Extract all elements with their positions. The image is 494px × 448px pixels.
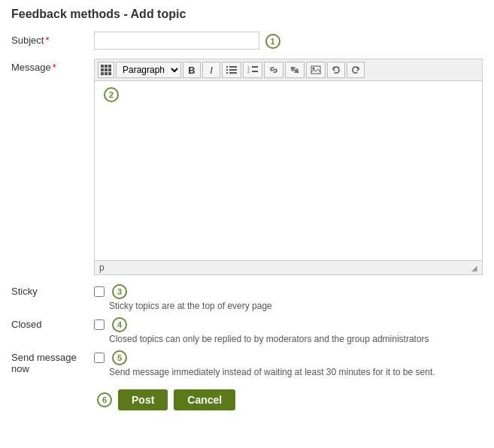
circle-4: 4: [112, 317, 127, 332]
svg-rect-3: [229, 69, 237, 71]
unordered-list-button[interactable]: [222, 62, 241, 78]
image-icon: [311, 65, 321, 74]
sticky-checkbox-line: 3: [94, 284, 483, 299]
circle-3: 3: [112, 284, 127, 299]
link-icon: [268, 65, 279, 74]
svg-rect-1: [229, 66, 237, 68]
closed-hint: Closed topics can only be replied to by …: [109, 334, 483, 344]
resize-handle: ◢: [471, 264, 477, 272]
closed-label: Closed: [11, 317, 94, 330]
editor-toolbar: Paragraph B I 1. 2.: [94, 59, 483, 80]
sticky-field: 3 Sticky topics are at the top of every …: [94, 284, 483, 311]
closed-field: 4 Closed topics can only be replied to b…: [94, 317, 483, 344]
button-row: 6 Post Cancel: [94, 389, 483, 410]
circle-6: 6: [97, 392, 112, 407]
image-button[interactable]: [306, 62, 326, 78]
send-now-hint: Send message immediately instead of wait…: [109, 367, 483, 377]
undo-icon: [332, 65, 341, 74]
send-now-row: Send message now 5 Send message immediat…: [11, 350, 483, 377]
redo-icon: [351, 65, 360, 74]
message-label: Message*: [11, 59, 94, 73]
message-field: Paragraph B I 1. 2.: [94, 59, 483, 275]
svg-text:2.: 2.: [247, 69, 250, 74]
grid-toggle-button[interactable]: [98, 62, 114, 78]
statusbar-text: p: [99, 262, 105, 273]
send-now-checkbox[interactable]: [94, 353, 105, 363]
sticky-checkbox[interactable]: [94, 286, 105, 297]
message-required-star: *: [53, 62, 56, 73]
circle-2: 2: [104, 87, 119, 102]
circle-5: 5: [112, 350, 127, 365]
svg-rect-0: [226, 66, 228, 68]
editor-statusbar: p ◢: [94, 261, 483, 275]
ordered-list-button[interactable]: 1. 2.: [243, 62, 262, 78]
message-row: Message* Paragraph B I: [11, 59, 483, 275]
svg-rect-2: [226, 69, 228, 71]
send-now-label: Send message now: [11, 350, 94, 374]
svg-rect-9: [252, 71, 258, 72]
cancel-button[interactable]: Cancel: [174, 389, 235, 410]
page-title: Feedback methods - Add topic: [11, 8, 483, 21]
bold-button[interactable]: B: [183, 62, 201, 78]
closed-checkbox[interactable]: [94, 319, 105, 330]
circle-1: 1: [265, 34, 280, 49]
send-now-field: 5 Send message immediately instead of wa…: [94, 350, 483, 377]
subject-label: Subject*: [11, 32, 94, 46]
svg-rect-4: [226, 72, 228, 74]
message-editor[interactable]: 2: [94, 80, 483, 261]
send-now-checkbox-line: 5: [94, 350, 483, 365]
italic-button[interactable]: I: [202, 62, 220, 78]
subject-row: Subject* 1: [11, 32, 483, 50]
subject-input[interactable]: [94, 32, 259, 50]
ul-icon: [226, 65, 237, 74]
post-button[interactable]: Post: [118, 389, 168, 410]
unlink-button[interactable]: [285, 62, 305, 78]
undo-button[interactable]: [327, 62, 345, 78]
svg-rect-5: [229, 72, 237, 74]
svg-point-13: [313, 68, 315, 70]
sticky-label: Sticky: [11, 284, 94, 297]
ol-icon: 1. 2.: [247, 65, 258, 74]
sticky-hint: Sticky topics are at the top of every pa…: [109, 301, 483, 311]
unlink-icon: [289, 65, 300, 74]
paragraph-select[interactable]: Paragraph: [116, 62, 181, 78]
subject-required-star: *: [45, 35, 49, 46]
closed-checkbox-line: 4: [94, 317, 483, 332]
svg-rect-7: [252, 66, 258, 68]
grid-icon: [101, 65, 111, 75]
sticky-row: Sticky 3 Sticky topics are at the top of…: [11, 284, 483, 311]
link-button[interactable]: [264, 62, 283, 78]
redo-button[interactable]: [347, 62, 365, 78]
subject-field: 1: [94, 32, 483, 50]
closed-row: Closed 4 Closed topics can only be repli…: [11, 317, 483, 344]
